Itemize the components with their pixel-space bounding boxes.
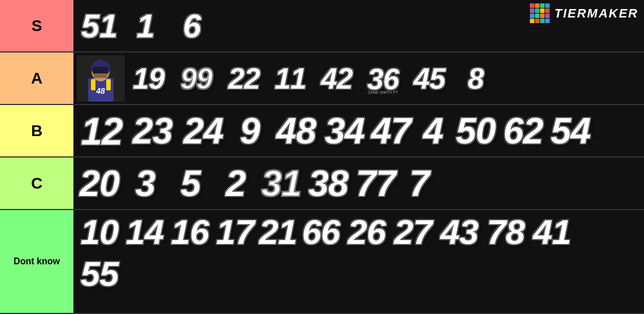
logo-grid [530, 3, 550, 23]
number-22: 22 [221, 58, 267, 99]
number-23: 23 [128, 111, 177, 151]
tier-list: S 51 1 6 [0, 0, 644, 314]
number-27: 27 [390, 211, 436, 252]
number-51: 51 [77, 6, 122, 46]
dk-row-2: 55 [77, 253, 122, 294]
number-20: 20 [77, 163, 122, 204]
number-16: 16 [167, 211, 212, 252]
number-5: 5 [168, 163, 212, 204]
number-36-stack: 36 ZANE SMITH PT [360, 58, 406, 99]
number-3: 3 [123, 163, 167, 204]
tier-row-a: A 48 [0, 53, 644, 105]
number-8: 8 [453, 58, 498, 99]
svg-rect-3 [93, 67, 108, 75]
number-55: 55 [77, 253, 122, 294]
tier-content-c: 20 3 5 2 31 38 77 7 [73, 158, 644, 209]
logo-cell [535, 14, 539, 18]
number-14: 14 [122, 211, 167, 252]
tiermaker-logo-container: TiERMAKER [530, 3, 638, 23]
tier-content-b: 12 23 24 9 48 34 47 4 50 [73, 105, 644, 156]
dk-row-1: 10 14 16 17 21 66 26 [77, 211, 575, 252]
logo-cell [535, 19, 539, 23]
tier-row-c: C 20 3 5 2 31 38 77 7 [0, 158, 644, 210]
number-48: 48 [271, 111, 321, 151]
number-11: 11 [268, 58, 313, 99]
zane-smith-label: ZANE SMITH PT [368, 90, 398, 94]
tier-content-dk: 10 14 16 17 21 66 26 [73, 210, 644, 313]
number-99: 99 [172, 58, 220, 99]
number-9: 9 [229, 111, 270, 151]
tier-content-a: 48 19 99 22 11 42 36 [73, 53, 644, 104]
number-34: 34 [322, 111, 367, 151]
tiermaker-logo-text: TiERMAKER [554, 6, 638, 21]
number-50: 50 [452, 111, 499, 151]
tier-label-b: B [0, 105, 73, 156]
tier-row-b: B 12 23 24 9 48 34 47 [0, 105, 644, 158]
logo-cell [545, 14, 550, 18]
logo-cell [545, 3, 550, 8]
number-47: 47 [368, 111, 414, 151]
number-45: 45 [407, 58, 452, 99]
logo-cell [540, 3, 545, 8]
number-7: 7 [400, 163, 438, 204]
number-6: 6 [169, 6, 215, 46]
number-42: 42 [314, 58, 359, 99]
number-38: 38 [305, 163, 351, 204]
svg-text:48: 48 [95, 86, 105, 95]
driver-silhouette: 48 [77, 55, 125, 102]
logo-cell [540, 19, 545, 23]
svg-rect-7 [106, 79, 111, 90]
tier-row-dk: Dont know 10 14 16 17 21 [0, 210, 644, 314]
tier-label-a: A [0, 53, 73, 104]
logo-cell [535, 8, 539, 13]
number-4: 4 [415, 111, 451, 151]
number-62: 62 [500, 111, 546, 151]
svg-rect-4 [94, 73, 107, 78]
logo-cell [540, 14, 545, 18]
tier-label-c: C [0, 158, 73, 209]
number-31: 31 [259, 163, 304, 204]
number-43: 43 [436, 211, 482, 252]
logo-cell [545, 8, 550, 13]
number-1: 1 [123, 6, 168, 46]
logo-cell [530, 3, 534, 8]
number-2: 2 [214, 163, 258, 204]
number-19: 19 [126, 58, 171, 99]
number-66: 66 [298, 211, 343, 252]
number-10: 10 [77, 211, 122, 252]
number-54: 54 [547, 111, 594, 151]
logo-cell [530, 19, 534, 23]
number-24: 24 [179, 111, 228, 151]
driver-photo-jimmie: 48 [77, 55, 125, 102]
number-78: 78 [482, 211, 529, 252]
number-21: 21 [258, 211, 298, 252]
tier-label-s: S [0, 0, 73, 51]
svg-rect-6 [91, 79, 95, 90]
number-12: 12 [77, 111, 127, 151]
logo-cell [530, 8, 534, 13]
number-41: 41 [529, 211, 575, 252]
number-26: 26 [343, 211, 390, 252]
tier-label-dk: Dont know [0, 210, 73, 313]
number-77: 77 [353, 163, 399, 204]
logo-cell [545, 19, 550, 23]
logo-cell [535, 3, 539, 8]
logo-cell [530, 14, 534, 18]
tier-row-s: S 51 1 6 [0, 0, 644, 53]
logo-cell [540, 8, 545, 13]
number-17: 17 [212, 211, 258, 252]
